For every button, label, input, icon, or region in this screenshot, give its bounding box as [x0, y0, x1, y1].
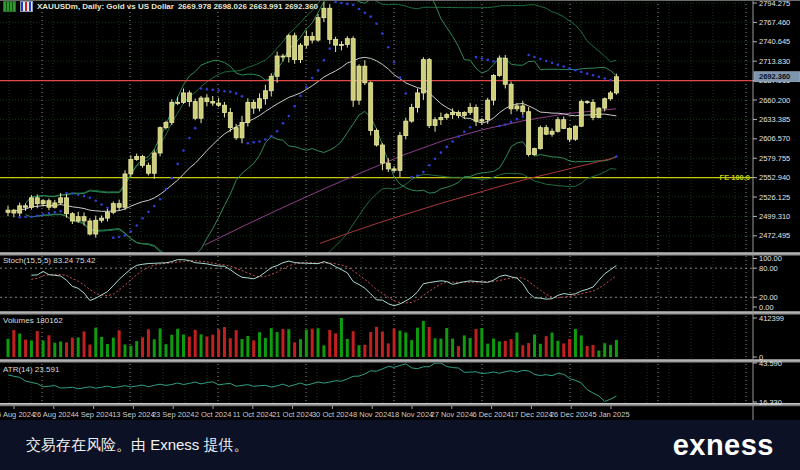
svg-text:30 Oct 2024: 30 Oct 2024: [312, 410, 353, 419]
svg-text:27 Nov 2024: 27 Nov 2024: [431, 410, 474, 419]
ohlc-readout: 2669.978 2698.026 2663.991 2692.360: [178, 2, 318, 11]
svg-text:16 Aug 2024: 16 Aug 2024: [0, 410, 35, 419]
svg-text:2740.645: 2740.645: [759, 37, 790, 46]
svg-text:6 Dec 2024: 6 Dec 2024: [472, 410, 510, 419]
svg-text:2526.125: 2526.125: [759, 193, 790, 202]
svg-text:0.00: 0.00: [759, 303, 774, 312]
candlestick-chart-icon: [20, 1, 33, 12]
risk-disclaimer: 交易存在风险。由 Exness 提供。: [26, 436, 249, 455]
price-pane: [0, 0, 753, 270]
volumes-label: Volumes 180162: [3, 316, 63, 325]
band-fast-upper: [26, 0, 617, 204]
svg-text:2472.495: 2472.495: [759, 231, 790, 240]
red-ma-line: [320, 157, 616, 243]
svg-text:2606.570: 2606.570: [759, 134, 790, 143]
svg-text:2633.385: 2633.385: [759, 115, 790, 124]
exness-logo: exness: [673, 431, 774, 460]
svg-text:18 Nov 2024: 18 Nov 2024: [391, 410, 434, 419]
svg-text:2499.310: 2499.310: [759, 212, 790, 221]
atr-label: ATR(14) 23.591: [3, 365, 59, 374]
trading-terminal-window: 2794.2752767.4602740.6452713.8302687.015…: [0, 0, 800, 470]
candles: [6, 2, 618, 238]
svg-text:4 Sep 2024: 4 Sep 2024: [74, 410, 112, 419]
svg-text:2579.755: 2579.755: [759, 154, 790, 163]
exness-banner: 交易存在风险。由 Exness 提供。 exness: [0, 420, 800, 470]
band-slow-upper: [37, 0, 616, 196]
svg-text:17 Dec 2024: 17 Dec 2024: [510, 410, 553, 419]
svg-text:100.00: 100.00: [759, 254, 782, 263]
svg-text:11 Oct 2024: 11 Oct 2024: [233, 410, 273, 419]
svg-text:26 Aug 2024: 26 Aug 2024: [33, 410, 75, 419]
atr-pane: [8, 363, 616, 401]
price-axis: 2794.2752767.4602740.6452713.8302687.015…: [720, 0, 800, 240]
svg-text:16.330: 16.330: [759, 398, 782, 407]
svg-text:2552.940: 2552.940: [759, 173, 790, 182]
svg-text:8 Nov 2024: 8 Nov 2024: [353, 410, 391, 419]
volume-pane: [7, 318, 618, 357]
volume-indicator-icon: [3, 1, 16, 12]
svg-text:2692.360: 2692.360: [759, 72, 790, 81]
svg-text:23 Sep 2024: 23 Sep 2024: [152, 410, 195, 419]
chart-titlebar: XAUUSDm, Daily: Gold vs US Dollar 2669.9…: [3, 1, 318, 12]
svg-text:13 Sep 2024: 13 Sep 2024: [112, 410, 155, 419]
svg-text:2660.200: 2660.200: [759, 96, 790, 105]
svg-text:2794.275: 2794.275: [759, 0, 790, 8]
svg-text:21 Oct 2024: 21 Oct 2024: [272, 410, 313, 419]
stochastic-label: Stoch(15,5,5) 83.24 75.42: [3, 256, 96, 265]
svg-text:20.00: 20.00: [759, 293, 778, 302]
svg-text:80.00: 80.00: [759, 264, 778, 273]
svg-text:43.590: 43.590: [759, 359, 782, 368]
time-axis: 16 Aug 202426 Aug 20244 Sep 202413 Sep 2…: [0, 406, 630, 419]
svg-text:2 Oct 2024: 2 Oct 2024: [195, 410, 232, 419]
svg-text:412399: 412399: [759, 314, 784, 323]
atr-line: [8, 363, 616, 401]
svg-text:26 Dec 2024: 26 Dec 2024: [550, 410, 593, 419]
svg-text:2767.460: 2767.460: [759, 18, 790, 27]
svg-text:5 Jan 2025: 5 Jan 2025: [592, 410, 629, 419]
chart-title: XAUUSDm, Daily: Gold vs US Dollar: [37, 2, 174, 11]
chart-canvas[interactable]: 2794.2752767.4602740.6452713.8302687.015…: [0, 0, 800, 420]
subpane-axis: 100.0080.0020.000.00412399043.59016.330: [753, 254, 784, 407]
svg-text:2713.830: 2713.830: [759, 57, 790, 66]
fib-expansion-label: FE 100.0: [720, 173, 750, 182]
